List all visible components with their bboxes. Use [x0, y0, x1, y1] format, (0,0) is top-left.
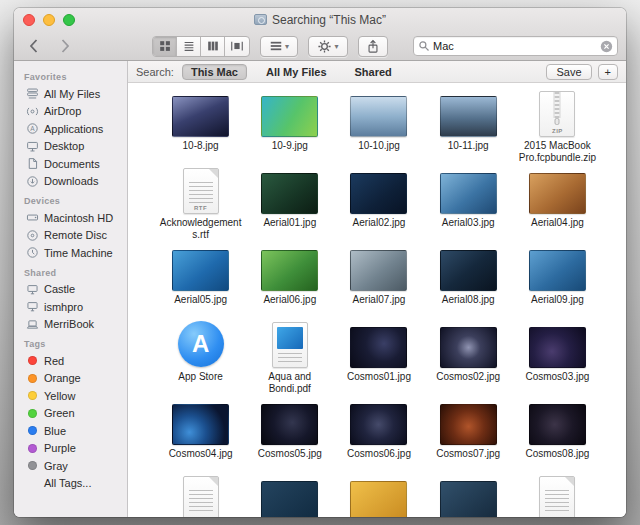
file-item-aerial05-jpg[interactable]: Aerial05.jpg [156, 241, 245, 318]
sidebar-item-remote-disc[interactable]: Remote Disc [14, 227, 127, 245]
coverflow-view-button[interactable] [225, 37, 249, 56]
file-name: Aerial09.jpg [531, 294, 584, 306]
file-name: Aerial05.jpg [174, 294, 227, 306]
sidebar-item-label: Downloads [44, 175, 98, 187]
file-item-aerial02-jpg[interactable]: Aerial02.jpg [334, 164, 423, 241]
file-item-acknowledgements-rtf[interactable]: RTFAcknowledgements.rtf [156, 164, 245, 241]
file-item-aqua-and-bondi-pdf[interactable]: Aqua and Bondi.pdf [245, 318, 334, 395]
sidebar-item-ismhpro[interactable]: ismhpro [14, 298, 127, 316]
search-icon [418, 40, 430, 52]
scope-button-all-my-files[interactable]: All My Files [257, 64, 336, 80]
file-item-cosmos03-jpg[interactable]: Cosmos03.jpg [513, 318, 602, 395]
document-icon [26, 157, 39, 170]
file-item-aerial03-jpg[interactable]: Aerial03.jpg [424, 164, 513, 241]
sidebar-item-documents[interactable]: Documents [14, 155, 127, 173]
scope-button-shared[interactable]: Shared [346, 64, 401, 80]
file-item-partial[interactable] [334, 472, 423, 517]
add-criteria-button[interactable]: + [598, 64, 618, 80]
sidebar-item-downloads[interactable]: Downloads [14, 173, 127, 191]
tag-color-dot [26, 459, 39, 472]
file-icon [440, 241, 497, 291]
file-item-10-8-jpg[interactable]: 10-8.jpg [156, 87, 245, 164]
column-view-button[interactable] [201, 37, 225, 56]
clear-search-button[interactable] [600, 40, 613, 53]
file-name: Aerial08.jpg [442, 294, 495, 306]
toolbar: ▾ ▾ [14, 31, 626, 61]
search-field[interactable] [413, 36, 618, 56]
file-item-aerial09-jpg[interactable]: Aerial09.jpg [513, 241, 602, 318]
arrange-icon [269, 39, 283, 53]
zipper-pull-graphic [555, 118, 560, 125]
file-name: Aerial06.jpg [263, 294, 316, 306]
file-item-cosmos01-jpg[interactable]: Cosmos01.jpg [334, 318, 423, 395]
sidebar-item-castle[interactable]: Castle [14, 281, 127, 299]
file-item-partial[interactable] [245, 472, 334, 517]
sidebar-item-desktop[interactable]: Desktop [14, 138, 127, 156]
tag-color-dot [28, 409, 37, 418]
image-thumbnail [350, 250, 407, 291]
file-item-cosmos06-jpg[interactable]: Cosmos06.jpg [334, 395, 423, 472]
forward-button[interactable] [56, 35, 74, 57]
file-icon [261, 164, 318, 214]
sidebar-item-gray[interactable]: Gray [14, 457, 127, 475]
arrange-button[interactable]: ▾ [260, 36, 298, 57]
sidebar-item-applications[interactable]: AApplications [14, 120, 127, 138]
save-search-button[interactable]: Save [546, 64, 591, 80]
action-button[interactable]: ▾ [308, 36, 348, 57]
file-item-aerial08-jpg[interactable]: Aerial08.jpg [424, 241, 513, 318]
file-item-partial[interactable] [424, 472, 513, 517]
sidebar-item-blue[interactable]: Blue [14, 422, 127, 440]
close-button[interactable] [23, 14, 35, 26]
sidebar-item-merribook[interactable]: MerriBook [14, 316, 127, 334]
file-item-cosmos08-jpg[interactable]: Cosmos08.jpg [513, 395, 602, 472]
sidebar-item-label: Yellow [44, 390, 75, 402]
sidebar-item-all-tags[interactable]: All Tags... [14, 475, 127, 493]
sidebar-item-purple[interactable]: Purple [14, 440, 127, 458]
file-item-aerial04-jpg[interactable]: Aerial04.jpg [513, 164, 602, 241]
file-type-badge: RTF [184, 205, 218, 211]
file-icon [440, 164, 497, 214]
file-item-cosmos07-jpg[interactable]: Cosmos07.jpg [424, 395, 513, 472]
file-grid-scroll-area[interactable]: 10-8.jpg10-9.jpg10-10.jpg10-11.jpgZIP201… [128, 83, 626, 517]
file-item-aerial01-jpg[interactable]: Aerial01.jpg [245, 164, 334, 241]
zoom-button[interactable] [63, 14, 75, 26]
file-item-10-10-jpg[interactable]: 10-10.jpg [334, 87, 423, 164]
tag-color-dot [28, 461, 37, 470]
file-name: 10-11.jpg [448, 140, 489, 152]
scope-button-this-mac[interactable]: This Mac [182, 64, 247, 80]
sidebar-item-green[interactable]: Green [14, 405, 127, 423]
search-input[interactable] [433, 40, 597, 52]
coverflow-view-icon [230, 39, 244, 53]
sidebar-item-yellow[interactable]: Yellow [14, 387, 127, 405]
file-item-2015-macbook-pro-fcpbundle-zip[interactable]: ZIP2015 MacBook Pro.fcpbundle.zip [513, 87, 602, 164]
downloads-icon [26, 175, 39, 188]
icon-view-button[interactable] [153, 37, 177, 56]
sidebar-item-label: Gray [44, 460, 68, 472]
sidebar-item-red[interactable]: Red [14, 352, 127, 370]
file-item-10-11-jpg[interactable]: 10-11.jpg [424, 87, 513, 164]
back-button[interactable] [24, 35, 42, 57]
image-thumbnail [529, 327, 586, 368]
file-item-cosmos02-jpg[interactable]: Cosmos02.jpg [424, 318, 513, 395]
file-item-10-9-jpg[interactable]: 10-9.jpg [245, 87, 334, 164]
file-item-app-store[interactable]: AApp Store [156, 318, 245, 395]
sidebar-item-time-machine[interactable]: Time Machine [14, 244, 127, 262]
share-button[interactable] [358, 36, 388, 57]
sidebar-item-all-my-files[interactable]: All My Files [14, 85, 127, 103]
file-item-partial[interactable] [513, 472, 602, 517]
file-icon [529, 318, 586, 368]
sidebar-item-orange[interactable]: Orange [14, 370, 127, 388]
sidebar-item-airdrop[interactable]: AirDrop [14, 103, 127, 121]
titlebar[interactable]: Searching “This Mac” [14, 8, 626, 31]
minimize-button[interactable] [43, 14, 55, 26]
file-item-cosmos05-jpg[interactable]: Cosmos05.jpg [245, 395, 334, 472]
file-item-aerial07-jpg[interactable]: Aerial07.jpg [334, 241, 423, 318]
sidebar-item-macintosh-hd[interactable]: Macintosh HD [14, 209, 127, 227]
image-thumbnail [440, 404, 497, 445]
file-item-aerial06-jpg[interactable]: Aerial06.jpg [245, 241, 334, 318]
list-view-button[interactable] [177, 37, 201, 56]
file-item-partial[interactable] [156, 472, 245, 517]
share-icon [366, 39, 380, 54]
pdf-file-icon [272, 322, 308, 368]
file-item-cosmos04-jpg[interactable]: Cosmos04.jpg [156, 395, 245, 472]
